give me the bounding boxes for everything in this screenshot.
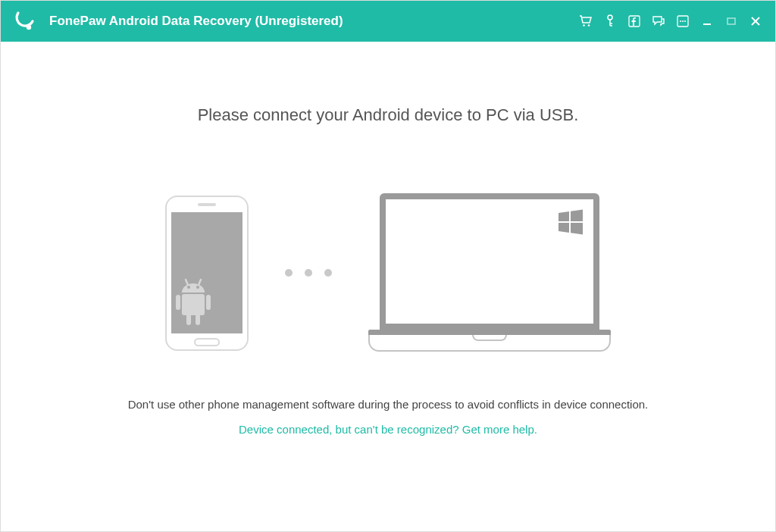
svg-point-0 [27,25,31,30]
svg-rect-20 [186,314,191,325]
dot-icon [305,269,312,277]
window-title: FonePaw Android Data Recovery (Unregiste… [49,14,578,29]
svg-line-14 [199,280,201,285]
facebook-icon[interactable] [627,14,642,29]
key-icon[interactable] [602,14,618,29]
windows-icon [557,208,584,236]
app-logo-icon [13,10,36,33]
maximize-button[interactable] [724,14,739,29]
phone-graphic [165,196,249,351]
svg-point-3 [608,15,612,20]
svg-line-13 [186,280,188,285]
svg-point-1 [583,24,585,27]
window-controls [578,14,763,29]
close-button[interactable] [748,14,763,29]
svg-point-8 [684,20,686,22]
titlebar: FonePaw Android Data Recovery (Unregiste… [1,1,775,42]
svg-rect-18 [176,295,180,310]
connect-instruction: Please connect your Android device to PC… [198,105,579,125]
svg-marker-25 [571,223,583,235]
dot-icon [324,269,332,277]
svg-marker-23 [571,210,583,222]
feedback-icon[interactable] [651,14,666,29]
laptop-graphic [368,193,611,352]
svg-marker-24 [559,223,569,233]
connection-illustration [165,193,611,352]
main-content: Please connect your Android device to PC… [1,42,775,531]
svg-point-15 [187,286,190,289]
minimize-button[interactable] [699,14,715,29]
svg-point-7 [682,20,684,22]
warning-text: Don't use other phone management softwar… [128,398,649,411]
svg-rect-10 [728,18,735,24]
svg-rect-21 [196,314,200,325]
svg-point-6 [680,20,681,22]
android-icon [171,274,220,333]
dot-icon [285,269,293,277]
connection-dots [285,269,332,277]
app-window: FonePaw Android Data Recovery (Unregiste… [0,0,776,532]
svg-point-2 [588,24,590,27]
svg-rect-19 [206,295,211,310]
cart-icon[interactable] [578,14,593,29]
more-icon[interactable] [675,14,690,29]
svg-rect-17 [182,294,205,315]
help-link[interactable]: Device connected, but can't be recognize… [239,423,537,436]
svg-marker-22 [559,211,569,221]
svg-point-16 [196,286,199,289]
